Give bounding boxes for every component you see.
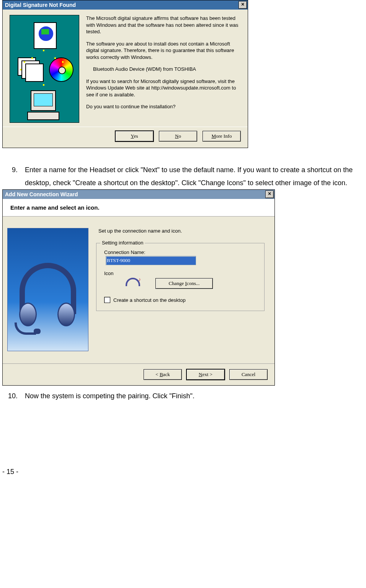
dialog-button-row: Yes No More Info xyxy=(3,127,248,148)
shortcut-label: Create a shortcut on the desktop xyxy=(113,297,186,303)
close-icon[interactable]: × xyxy=(239,1,247,9)
audio-headset-icon: ♪ xyxy=(126,277,140,290)
step-number: 10. xyxy=(2,389,18,402)
add-connection-wizard: Add New Connection Wizard × Enter a name… xyxy=(2,189,275,386)
step-10: 10. Now the system is competing the pair… xyxy=(2,389,364,402)
step-text: Enter a name for the Headset or click "N… xyxy=(25,163,362,189)
change-icons-button[interactable]: Change Icons... xyxy=(155,278,213,289)
close-icon[interactable]: × xyxy=(265,191,274,198)
message-para-1: The Microsoft digital signature affirms … xyxy=(86,15,241,35)
step-9: 9. Enter a name for the Headset or click… xyxy=(2,163,364,189)
wizard-instruction: Set up the connection name and icon. xyxy=(98,228,265,234)
back-button[interactable]: < Back xyxy=(144,369,182,380)
wizard-title: Add New Connection Wizard xyxy=(5,191,78,197)
message-para-4: Do you want to continue the installation… xyxy=(86,103,241,110)
icon-label: Icon xyxy=(104,270,258,276)
wizard-graphic xyxy=(7,228,88,351)
page-number: - 15 - xyxy=(2,468,364,476)
next-button[interactable]: Next > xyxy=(186,369,225,380)
dialog-message: The Microsoft digital signature affirms … xyxy=(86,15,241,123)
more-info-button[interactable]: More Info xyxy=(203,131,241,142)
device-name: Bluetooth Audio Device (WDM) from TOSHIB… xyxy=(86,66,241,73)
message-para-2: The software you are about to install do… xyxy=(86,41,241,61)
cd-icon xyxy=(49,57,74,82)
shortcut-checkbox[interactable] xyxy=(104,297,110,303)
connection-name-input[interactable] xyxy=(106,256,196,265)
cancel-button[interactable]: Cancel xyxy=(229,369,268,380)
no-button[interactable]: No xyxy=(159,131,197,142)
wizard-titlebar[interactable]: Add New Connection Wizard × xyxy=(3,190,274,199)
group-legend: Setting information xyxy=(100,240,145,246)
yes-button[interactable]: Yes xyxy=(115,131,154,142)
dialog-title: Digital Signature Not Found xyxy=(5,2,76,8)
setting-information-group: Setting information Connection Name: Ico… xyxy=(96,243,265,311)
wizard-header: Enter a name and select an icon. xyxy=(3,199,274,217)
connection-name-label: Connection Name: xyxy=(104,249,258,255)
dialog-titlebar[interactable]: Digital Signature Not Found × xyxy=(3,0,248,10)
digital-signature-dialog: Digital Signature Not Found × The Micros… xyxy=(2,0,248,148)
message-para-3: If you want to search for Microsoft digi… xyxy=(86,78,241,98)
signature-graphic xyxy=(10,15,79,123)
headset-icon xyxy=(19,263,77,336)
wizard-button-row: < Back Next > Cancel xyxy=(3,363,274,385)
step-number: 9. xyxy=(2,163,18,176)
computer-icon xyxy=(27,90,60,119)
step-text: Now the system is competing the pairing.… xyxy=(25,389,362,402)
